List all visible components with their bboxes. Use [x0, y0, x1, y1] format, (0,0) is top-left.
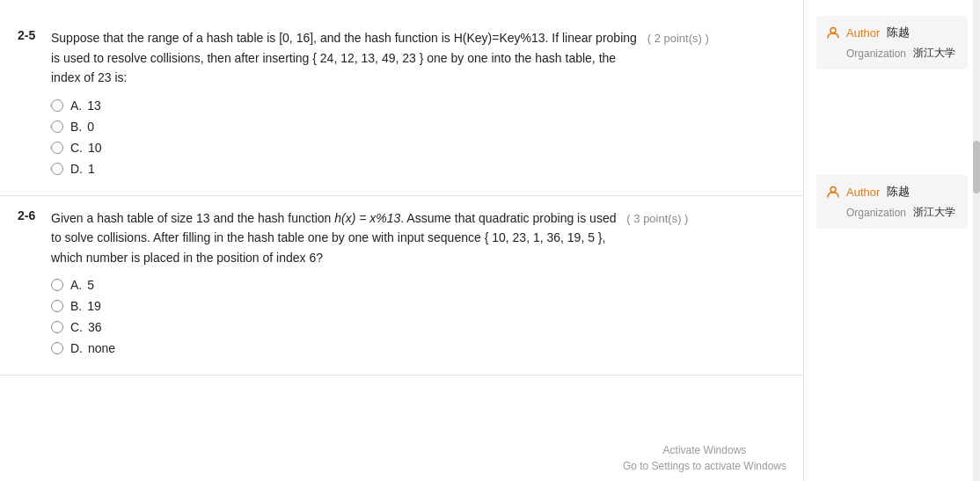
option-label-2-a: A. [70, 278, 82, 292]
option-2-a[interactable]: A. 5 [51, 278, 786, 292]
scrollbar-track[interactable] [973, 0, 980, 481]
activate-windows-notice: Activate Windows Go to Settings to activ… [623, 442, 786, 474]
author-label-1: Author [846, 26, 880, 40]
svg-point-0 [830, 28, 836, 33]
option-1-a[interactable]: A. 13 [51, 98, 786, 113]
question-points-1: ( 2 point(s) ) [647, 31, 709, 45]
formula-2: h(x) = x%13 [334, 211, 400, 225]
radio-1-b[interactable] [51, 120, 63, 133]
org-label-1: Organization [846, 47, 906, 60]
org-name-1: 浙江大学 [913, 46, 955, 61]
option-1-c[interactable]: C. 10 [51, 141, 786, 155]
main-container: 2-5 Suppose that the range of a hash tab… [0, 0, 980, 481]
org-name-2: 浙江大学 [913, 205, 955, 220]
question-points-2: ( 3 point(s) ) [626, 211, 688, 225]
sidebar: Author 陈越 Organization 浙江大学 Author 陈越 [804, 0, 980, 481]
question-block-1: 2-5 Suppose that the range of a hash tab… [0, 16, 803, 196]
radio-2-a[interactable] [51, 279, 63, 291]
activate-windows-text: Activate Windows [623, 442, 786, 458]
question-number-2: 2-6 [18, 208, 48, 222]
option-value-1-a: 13 [87, 98, 101, 113]
option-2-b[interactable]: B. 19 [51, 299, 786, 313]
radio-1-d[interactable] [51, 163, 63, 175]
org-row-1: Organization 浙江大学 [846, 46, 957, 61]
activate-windows-sub: Go to Settings to activate Windows [623, 458, 786, 474]
question-header-2: 2-6 Given a hash table of size 13 and th… [18, 208, 786, 268]
option-value-1-c: 10 [88, 141, 102, 155]
author-label-2: Author [846, 186, 880, 199]
option-1-d[interactable]: D. 1 [51, 162, 786, 176]
radio-2-b[interactable] [51, 300, 63, 312]
option-label-1-d: D. [70, 162, 83, 176]
org-row-2: Organization 浙江大学 [846, 205, 957, 220]
option-2-d[interactable]: D. none [51, 341, 786, 355]
option-value-1-b: 0 [87, 120, 94, 134]
option-label-1-c: C. [70, 141, 83, 155]
scrollbar-thumb[interactable] [973, 141, 980, 193]
option-label-2-d: D. [70, 341, 83, 355]
question-text-1: Suppose that the range of a hash table i… [51, 28, 786, 88]
radio-2-c[interactable] [51, 321, 63, 333]
question-block-2: 2-6 Given a hash table of size 13 and th… [0, 196, 803, 376]
option-label-2-b: B. [70, 299, 82, 313]
radio-1-c[interactable] [51, 142, 63, 154]
option-2-c[interactable]: C. 36 [51, 320, 786, 334]
option-value-1-d: 1 [88, 162, 95, 176]
option-label-1-b: B. [70, 120, 82, 134]
option-value-2-c: 36 [88, 320, 102, 334]
question-header-1: 2-5 Suppose that the range of a hash tab… [18, 28, 786, 88]
author-name-1: 陈越 [887, 25, 910, 40]
author-icon-2 [825, 184, 841, 200]
author-row-2: Author 陈越 [825, 184, 957, 200]
author-name-2: 陈越 [887, 184, 910, 200]
option-value-2-b: 19 [87, 299, 101, 313]
author-block-2: Author 陈越 Organization 浙江大学 [816, 175, 968, 229]
option-label-2-c: C. [70, 320, 83, 334]
radio-1-a[interactable] [51, 99, 63, 112]
option-value-2-a: 5 [87, 278, 94, 292]
author-icon-1 [825, 25, 841, 40]
option-1-b[interactable]: B. 0 [51, 120, 786, 134]
org-label-2: Organization [846, 207, 906, 219]
questions-panel: 2-5 Suppose that the range of a hash tab… [0, 0, 804, 481]
author-block-1: Author 陈越 Organization 浙江大学 [816, 16, 968, 69]
svg-point-1 [830, 187, 836, 193]
question-number-1: 2-5 [18, 28, 48, 42]
question-text-2: Given a hash table of size 13 and the ha… [51, 208, 786, 268]
options-1: A. 13 B. 0 C. 10 D. 1 [51, 98, 786, 176]
radio-2-d[interactable] [51, 342, 63, 354]
option-value-2-d: none [88, 341, 115, 355]
option-label-1-a: A. [70, 98, 82, 113]
options-2: A. 5 B. 19 C. 36 D. none [51, 278, 786, 355]
author-row-1: Author 陈越 [825, 25, 957, 40]
